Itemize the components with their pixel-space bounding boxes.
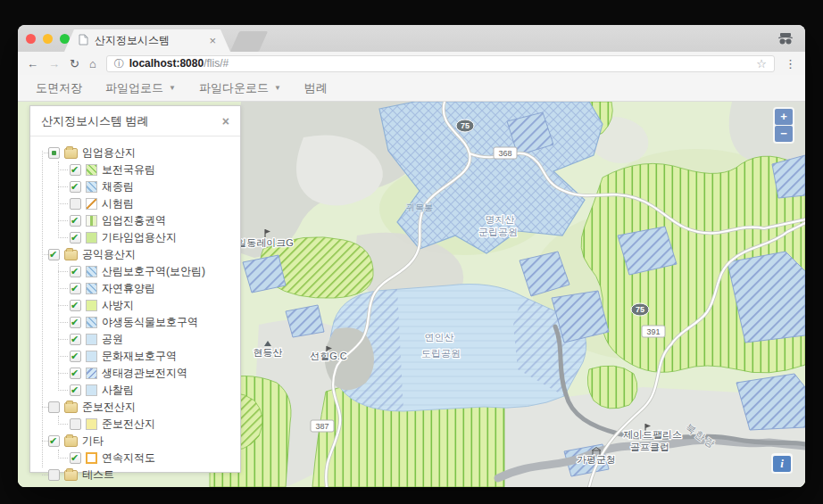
checkbox[interactable]	[70, 418, 81, 430]
legend-group-row[interactable]: 준보전산지	[39, 399, 235, 416]
legend-group-row[interactable]: 테스트	[39, 467, 235, 483]
bookmark-star-icon[interactable]: ☆	[756, 57, 767, 70]
legend-leaf-label[interactable]: 공원	[102, 332, 123, 347]
legend-leaf-row[interactable]: 공원	[61, 331, 235, 348]
folder-icon	[64, 148, 78, 159]
checkbox[interactable]	[70, 334, 81, 345]
legend-leaf-label[interactable]: 시험림	[102, 196, 134, 211]
reload-icon[interactable]: ↻	[70, 58, 79, 70]
legend-leaf-row[interactable]: 산림보호구역(보안림)	[61, 263, 235, 280]
zoom-control: + −	[773, 107, 794, 144]
legend-leaf-label[interactable]: 야생동식물보호구역	[102, 315, 198, 330]
legend-leaf-row[interactable]: 사방지	[61, 297, 235, 314]
save-drawing-button[interactable]: 도면저장	[36, 80, 82, 96]
legend-leaf-row[interactable]: 준보전산지	[61, 416, 235, 433]
checkbox[interactable]	[48, 401, 60, 413]
legend-leaf-row[interactable]: 연속지적도	[61, 450, 235, 467]
checkbox[interactable]	[48, 469, 60, 481]
new-tab-button[interactable]	[230, 31, 268, 52]
url-path: /flis/#	[204, 57, 229, 70]
close-window-button[interactable]	[26, 34, 36, 44]
site-info-icon[interactable]: ⓘ	[114, 57, 124, 70]
legend-leaf-label[interactable]: 기타임업용산지	[102, 230, 177, 245]
checkbox[interactable]	[70, 283, 81, 294]
legend-swatch	[86, 452, 97, 464]
legend-leaf-row[interactable]: 보전국유림	[61, 161, 235, 178]
map-label-peak: 현등산	[254, 347, 283, 358]
address-bar: ← → ↻ ⌂ ⓘ localhost:8080/flis/# ☆ ⋮	[18, 52, 805, 75]
legend-leaf-label[interactable]: 연속지적도	[102, 450, 155, 466]
legend-leaf-label[interactable]: 사찰림	[102, 383, 134, 398]
map-label-golf-club: 일동레이크G	[237, 237, 294, 248]
legend-leaf-row[interactable]: 사찰림	[61, 382, 235, 399]
chevron-down-icon: ▼	[274, 84, 281, 92]
folder-icon	[64, 470, 78, 481]
legend-close-icon[interactable]: ×	[222, 115, 229, 128]
legend-toggle-button[interactable]: 범례	[304, 80, 328, 96]
legend-swatch	[86, 351, 97, 362]
legend-group-label[interactable]: 준보전산지	[82, 400, 136, 415]
info-button[interactable]: i	[773, 456, 791, 472]
home-icon[interactable]: ⌂	[89, 58, 96, 70]
app-toolbar: 도면저장 파일업로드 ▼ 파일다운로드 ▼ 범례	[18, 75, 805, 102]
file-upload-menu[interactable]: 파일업로드 ▼	[105, 80, 176, 96]
legend-leaf-row[interactable]: 임업진흥권역	[61, 212, 235, 229]
checkbox[interactable]	[48, 435, 60, 447]
checkbox[interactable]	[70, 351, 81, 362]
legend-leaf-label[interactable]: 사방지	[102, 298, 134, 313]
legend-swatch	[86, 215, 97, 227]
legend-group-row[interactable]: 임업용산지	[39, 145, 235, 161]
legend-group-label[interactable]: 임업용산지	[82, 145, 136, 161]
legend-leaf-label[interactable]: 임업진흥권역	[102, 213, 166, 228]
checkbox[interactable]	[70, 198, 81, 210]
back-icon[interactable]: ←	[27, 58, 38, 70]
checkbox[interactable]	[70, 232, 81, 244]
legend-swatch	[86, 300, 97, 311]
legend-group-row[interactable]: 공익용산지	[39, 246, 235, 263]
legend-leaf-row[interactable]: 자연휴양림	[61, 280, 235, 297]
checkbox[interactable]	[70, 300, 81, 311]
legend-leaf-label[interactable]: 채종림	[102, 179, 134, 194]
checkbox[interactable]	[70, 368, 81, 379]
map-label-office: 가평군청	[577, 454, 616, 465]
checkbox[interactable]	[70, 317, 81, 328]
browser-tab[interactable]: 산지정보시스템 ×	[64, 29, 230, 52]
maximize-window-button[interactable]	[60, 34, 70, 44]
legend-leaf-label[interactable]: 산림보호구역(보안림)	[102, 264, 205, 279]
legend-leaf-label[interactable]: 보전국유림	[102, 162, 155, 178]
minimize-window-button[interactable]	[43, 34, 53, 44]
url-input[interactable]: ⓘ localhost:8080/flis/# ☆	[106, 55, 775, 72]
save-drawing-label: 도면저장	[36, 80, 82, 96]
checkbox[interactable]	[70, 384, 81, 396]
checkbox[interactable]	[48, 249, 60, 260]
legend-group-row[interactable]: 기타	[39, 433, 235, 450]
legend-leaf-row[interactable]: 생태경관보전지역	[61, 365, 235, 382]
legend-leaf-row[interactable]: 채종림	[61, 178, 235, 195]
legend-group-label[interactable]: 테스트	[82, 467, 114, 483]
legend-leaf-row[interactable]: 야생동식물보호구역	[61, 314, 235, 331]
file-download-menu[interactable]: 파일다운로드 ▼	[199, 80, 281, 96]
checkbox[interactable]	[70, 181, 81, 193]
legend-leaf-label[interactable]: 문화재보호구역	[102, 349, 177, 364]
legend-leaf-row[interactable]: 시험림	[61, 195, 235, 212]
checkbox[interactable]	[70, 215, 81, 227]
legend-panel: 산지정보시스템 범례 × 임업용산지 보전국유림 채종림	[29, 105, 241, 473]
legend-group-label[interactable]: 기타	[82, 434, 104, 449]
checkbox[interactable]	[70, 452, 81, 464]
legend-leaf-label[interactable]: 생태경관보전지역	[102, 366, 187, 381]
legend-leaf-row[interactable]: 기타임업용산지	[61, 229, 235, 246]
legend-leaf-label[interactable]: 준보전산지	[102, 417, 155, 432]
checkbox[interactable]	[70, 164, 81, 176]
legend-leaf-row[interactable]: 문화재보호구역	[61, 348, 235, 365]
zoom-out-button[interactable]: −	[775, 126, 793, 142]
checkbox[interactable]	[48, 147, 60, 159]
legend-leaf-label[interactable]: 자연휴양림	[102, 281, 155, 296]
checkbox[interactable]	[70, 266, 81, 277]
forward-icon[interactable]: →	[48, 58, 60, 70]
legend-group-label[interactable]: 공익용산지	[82, 247, 136, 262]
browser-menu-icon[interactable]: ⋮	[785, 57, 796, 70]
tab-close-icon[interactable]: ×	[209, 35, 216, 46]
folder-icon	[64, 436, 78, 447]
attribution-control: i	[771, 453, 793, 474]
zoom-in-button[interactable]: +	[775, 109, 793, 125]
